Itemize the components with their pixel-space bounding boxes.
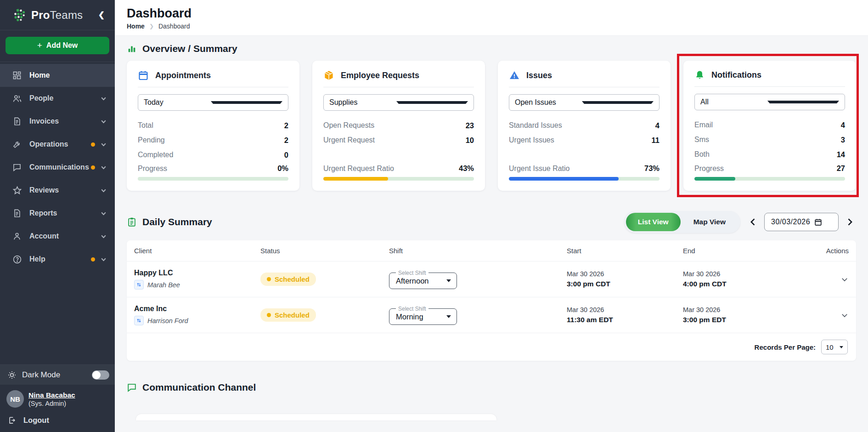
start-date: Mar 30 2026: [567, 306, 683, 313]
logout-icon: [8, 416, 17, 425]
card-title: Appointments: [155, 71, 211, 80]
stat-label: Completed: [138, 151, 173, 159]
table-header-row: Client Status Shift Start End Actions: [127, 240, 856, 261]
column-header-shift: Shift: [389, 247, 567, 255]
previous-day-button[interactable]: [747, 216, 760, 228]
sidebar-item-operations[interactable]: Operations: [0, 133, 115, 156]
stat-value: 14: [837, 150, 845, 159]
stat-row: Open Requests23: [323, 118, 474, 133]
notification-dot: [91, 142, 95, 147]
stat-label: Email: [694, 121, 713, 129]
start-date: Mar 30 2026: [567, 270, 683, 278]
sidebar-item-people[interactable]: People: [0, 87, 115, 110]
dropdown-caret-icon: [446, 315, 451, 318]
overview-title: Overview / Summary: [142, 43, 237, 54]
help-icon: [12, 254, 22, 264]
client-name: Acme Inc: [134, 305, 260, 313]
expand-row-button[interactable]: [810, 275, 849, 284]
status-dot-icon: [267, 313, 271, 317]
people-icon: [12, 93, 22, 103]
client-contact: Harrison Ford: [147, 317, 188, 324]
sidebar-item-home[interactable]: Home: [0, 64, 115, 87]
main-content: Dashboard Home ❯ Dashboard Overview / Su…: [115, 0, 868, 432]
stat-label: Total: [138, 121, 153, 130]
sidebar-item-account[interactable]: Account: [0, 225, 115, 248]
card-title: Employee Requests: [341, 71, 419, 80]
logout-label: Logout: [23, 416, 49, 425]
sidebar-item-reviews[interactable]: Reviews: [0, 179, 115, 202]
user-role: (Sys. Admin): [28, 400, 75, 407]
page-header: Dashboard Home ❯ Dashboard: [115, 0, 868, 36]
stat-value: 2: [284, 121, 288, 130]
add-new-button[interactable]: + Add New: [6, 37, 109, 54]
shift-select[interactable]: Select Shift Afternoon: [389, 270, 457, 289]
issues-filter-select[interactable]: Open Issues: [509, 94, 659, 111]
logout-button[interactable]: Logout: [0, 413, 115, 432]
client-name: Happy LLC: [134, 269, 260, 277]
sidebar-item-help[interactable]: Help: [0, 248, 115, 271]
communication-title: Communication Channel: [142, 382, 256, 393]
communication-header: Communication Channel: [127, 382, 856, 393]
chevron-down-icon: [101, 142, 107, 148]
stat-label: Urgent Request: [323, 136, 375, 144]
user-name-link[interactable]: Nina Bacabac: [28, 391, 75, 399]
column-header-status: Status: [260, 247, 389, 255]
stat-row: Total2: [138, 118, 288, 133]
appointments-filter-select[interactable]: Today: [138, 94, 288, 111]
sidebar-item-label: Reviews: [29, 186, 101, 194]
date-value: 30/03/2026: [771, 218, 810, 226]
breadcrumb-current: Dashboard: [158, 23, 190, 30]
date-input[interactable]: 30/03/2026: [764, 213, 839, 231]
sidebar-item-reports[interactable]: Reports: [0, 202, 115, 225]
dark-mode-toggle[interactable]: [92, 370, 109, 380]
sidebar-item-label: Communications: [29, 163, 91, 171]
chat-bubble-icon: [127, 382, 137, 392]
stat-label: Urgent Issues: [509, 136, 554, 144]
employee-requests-filter-select[interactable]: Supplies: [323, 94, 474, 111]
dropdown-caret-icon: [396, 101, 468, 104]
records-per-page-select[interactable]: 10: [821, 340, 848, 354]
dropdown-caret-icon: [840, 346, 843, 348]
next-day-button[interactable]: [843, 216, 856, 228]
end-date: Mar 30 2026: [683, 270, 810, 278]
shift-select-label: Select Shift: [396, 306, 428, 312]
stat-value: 10: [466, 136, 474, 145]
list-view-button[interactable]: List View: [626, 213, 681, 231]
status-badge: Scheduled: [260, 273, 316, 286]
progress-label: Progress: [694, 165, 724, 173]
bell-icon: [694, 70, 705, 80]
dark-mode-row: Dark Mode: [0, 364, 115, 385]
stat-label: Sms: [694, 136, 709, 144]
dark-mode-label: Dark Mode: [22, 370, 86, 380]
notification-dot: [91, 165, 95, 170]
invoice-icon: [12, 116, 22, 126]
select-value: All: [700, 98, 767, 106]
collapse-sidebar-icon[interactable]: ❮: [95, 8, 108, 22]
shift-select-label: Select Shift: [396, 270, 428, 276]
daily-summary-table: Client Status Shift Start End Actions Ha…: [127, 240, 856, 361]
notifications-card: Notifications All Email4 Sms3 Both14 Pro…: [683, 61, 856, 191]
breadcrumb-home[interactable]: Home: [127, 23, 145, 30]
sidebar-item-label: Help: [29, 255, 91, 263]
progress-label: Urgent Request Ratio: [323, 165, 394, 173]
sidebar-item-label: Home: [29, 71, 107, 80]
shift-select[interactable]: Select Shift Morning: [389, 306, 457, 325]
end-time: 4:00 pm CDT: [683, 280, 810, 288]
daily-summary-title: Daily Summary: [142, 216, 212, 227]
sort-icon[interactable]: [134, 280, 144, 290]
sidebar-item-invoices[interactable]: Invoices: [0, 110, 115, 133]
stat-row: Completed0: [138, 148, 288, 162]
map-view-button[interactable]: Map View: [681, 218, 738, 226]
client-contact: Marah Bee: [147, 281, 180, 289]
logo-row: ProTeams ❮: [0, 0, 115, 30]
progress-label: Urgent Issue Ratio: [509, 165, 570, 173]
progress-fill: [323, 177, 388, 181]
chevron-down-icon: [101, 188, 107, 193]
sort-icon[interactable]: [134, 316, 144, 325]
end-time: 3:00 pm EDT: [683, 316, 810, 324]
sidebar-item-communications[interactable]: Communications: [0, 156, 115, 179]
calendar-picker-icon[interactable]: [814, 218, 834, 227]
notifications-filter-select[interactable]: All: [694, 94, 845, 110]
expand-row-button[interactable]: [810, 311, 849, 319]
chevron-down-icon: [101, 165, 107, 171]
